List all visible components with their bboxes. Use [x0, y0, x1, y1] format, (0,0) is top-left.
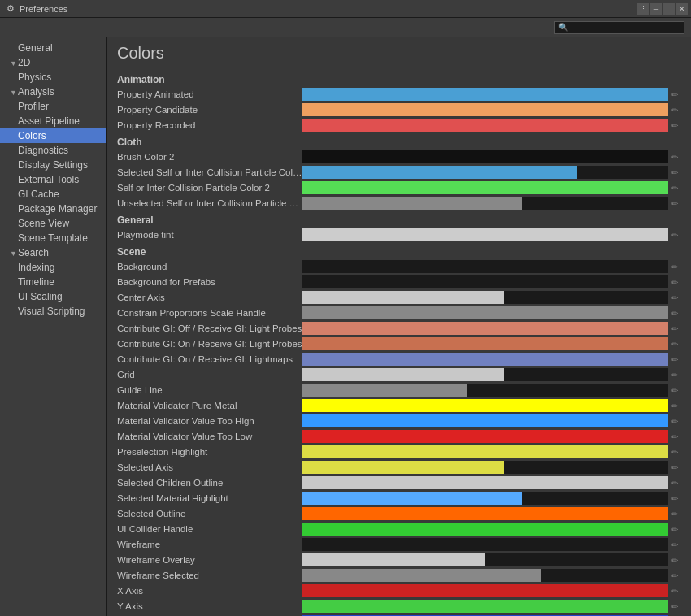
edit-color-icon[interactable]: ✏: [668, 371, 681, 380]
color-swatch-wrap[interactable]: [302, 399, 668, 412]
color-swatch-wrap[interactable]: [302, 584, 668, 597]
menu-button[interactable]: ⋮: [637, 3, 649, 15]
edit-color-icon[interactable]: ✏: [668, 401, 681, 410]
edit-color-icon[interactable]: ✏: [668, 278, 681, 287]
close-button[interactable]: ✕: [676, 3, 688, 15]
edit-color-icon[interactable]: ✏: [668, 494, 681, 503]
color-swatch-wrap[interactable]: [302, 275, 668, 288]
edit-color-icon[interactable]: ✏: [668, 262, 681, 271]
minimize-button[interactable]: ─: [650, 3, 662, 15]
color-swatch-wrap[interactable]: [302, 538, 668, 551]
color-swatch-wrap[interactable]: [302, 181, 668, 194]
color-swatch-wrap[interactable]: [302, 150, 668, 163]
sidebar-item-scene-view[interactable]: Scene View: [0, 216, 106, 231]
edit-color-icon[interactable]: ✏: [668, 479, 681, 488]
color-swatch-wrap[interactable]: [302, 322, 668, 335]
color-swatch-wrap[interactable]: [302, 337, 668, 350]
color-swatch-wrap[interactable]: [302, 119, 668, 132]
sidebar-item-search[interactable]: ▼Search: [0, 245, 106, 260]
color-row-label: Contribute GI: Off / Receive GI: Light P…: [117, 323, 302, 333]
sidebar-item-physics[interactable]: Physics: [0, 70, 106, 85]
sidebar-item-visual-scripting[interactable]: Visual Scripting: [0, 304, 106, 319]
color-swatch: [302, 523, 668, 536]
color-swatch-wrap[interactable]: [302, 384, 668, 397]
color-swatch-wrap[interactable]: [302, 103, 668, 116]
sidebar-label: GI Cache: [18, 189, 59, 200]
edit-color-icon[interactable]: ✏: [668, 602, 681, 611]
sidebar-item-general[interactable]: General: [0, 41, 106, 55]
color-swatch-wrap[interactable]: [302, 368, 668, 381]
color-swatch-wrap[interactable]: [302, 476, 668, 489]
edit-color-icon[interactable]: ✏: [668, 184, 681, 193]
edit-color-icon[interactable]: ✏: [668, 587, 681, 596]
edit-color-icon[interactable]: ✏: [668, 556, 681, 565]
color-row-label: Constrain Proportions Scale Handle: [117, 308, 302, 318]
color-swatch-wrap[interactable]: [302, 507, 668, 520]
edit-color-icon[interactable]: ✏: [668, 309, 681, 318]
edit-color-icon[interactable]: ✏: [668, 231, 681, 240]
sidebar-item-diagnostics[interactable]: Diagnostics: [0, 143, 106, 158]
color-swatch-wrap[interactable]: [302, 569, 668, 582]
sidebar-item-2d[interactable]: ▼2D: [0, 55, 106, 70]
color-swatch-wrap[interactable]: [302, 430, 668, 443]
sidebar-item-gi-cache[interactable]: GI Cache: [0, 187, 106, 202]
color-swatch-wrap[interactable]: [302, 353, 668, 366]
color-swatch: [302, 275, 668, 288]
color-swatch: [302, 197, 522, 210]
color-row-label: Preselection Highlight: [117, 447, 302, 457]
edit-color-icon[interactable]: ✏: [668, 199, 681, 208]
color-swatch-wrap[interactable]: [302, 445, 668, 458]
color-row-label: Wireframe Overlay: [117, 555, 302, 565]
maximize-button[interactable]: □: [663, 3, 675, 15]
sidebar-item-colors[interactable]: Colors: [0, 128, 106, 143]
edit-color-icon[interactable]: ✏: [668, 386, 681, 395]
edit-color-icon[interactable]: ✏: [668, 510, 681, 518]
sidebar-item-asset-pipeline[interactable]: Asset Pipeline: [0, 114, 106, 128]
color-swatch-wrap[interactable]: [302, 600, 668, 613]
color-swatch-wrap[interactable]: [302, 260, 668, 273]
color-swatch-wrap[interactable]: [302, 461, 668, 474]
sidebar-item-indexing[interactable]: Indexing: [0, 260, 106, 275]
window-controls: ⋮ ─ □ ✕: [637, 3, 688, 15]
edit-color-icon[interactable]: ✏: [668, 463, 681, 472]
color-swatch: [302, 600, 668, 613]
color-swatch-wrap[interactable]: [302, 523, 668, 536]
color-row-label: Y Axis: [117, 601, 302, 611]
edit-color-icon[interactable]: ✏: [668, 106, 681, 115]
sidebar-item-display-settings[interactable]: Display Settings: [0, 158, 106, 172]
sidebar-item-external-tools[interactable]: External Tools: [0, 172, 106, 187]
color-swatch: [302, 291, 504, 304]
edit-color-icon[interactable]: ✏: [668, 340, 681, 349]
color-swatch-wrap[interactable]: [302, 414, 668, 427]
sidebar-label: Display Settings: [18, 159, 88, 171]
color-swatch-wrap[interactable]: [302, 306, 668, 319]
color-swatch-wrap[interactable]: [302, 197, 668, 210]
sidebar-item-ui-scaling[interactable]: UI Scaling: [0, 289, 106, 304]
sidebar-item-timeline[interactable]: Timeline: [0, 275, 106, 289]
edit-color-icon[interactable]: ✏: [668, 525, 681, 534]
edit-color-icon[interactable]: ✏: [668, 571, 681, 580]
edit-color-icon[interactable]: ✏: [668, 90, 681, 99]
expand-arrow: ▼: [10, 59, 18, 67]
edit-color-icon[interactable]: ✏: [668, 448, 681, 457]
color-swatch-wrap[interactable]: [302, 88, 668, 101]
color-swatch-wrap[interactable]: [302, 291, 668, 304]
color-swatch-wrap[interactable]: [302, 166, 668, 179]
edit-color-icon[interactable]: ✏: [668, 168, 681, 177]
edit-color-icon[interactable]: ✏: [668, 153, 681, 162]
color-swatch-wrap[interactable]: [302, 553, 668, 566]
edit-color-icon[interactable]: ✏: [668, 432, 681, 441]
edit-color-icon[interactable]: ✏: [668, 293, 681, 302]
edit-color-icon[interactable]: ✏: [668, 324, 681, 333]
edit-color-icon[interactable]: ✏: [668, 417, 681, 426]
sidebar-item-analysis[interactable]: ▼Analysis: [0, 85, 106, 99]
sidebar-item-profiler[interactable]: Profiler: [0, 99, 106, 114]
sidebar-item-scene-template[interactable]: Scene Template: [0, 231, 106, 245]
color-swatch-wrap[interactable]: [302, 492, 668, 505]
color-swatch-wrap[interactable]: [302, 228, 668, 241]
edit-color-icon[interactable]: ✏: [668, 355, 681, 364]
search-input[interactable]: [571, 23, 680, 33]
edit-color-icon[interactable]: ✏: [668, 121, 681, 130]
sidebar-item-package-manager[interactable]: Package Manager: [0, 202, 106, 216]
edit-color-icon[interactable]: ✏: [668, 540, 681, 549]
